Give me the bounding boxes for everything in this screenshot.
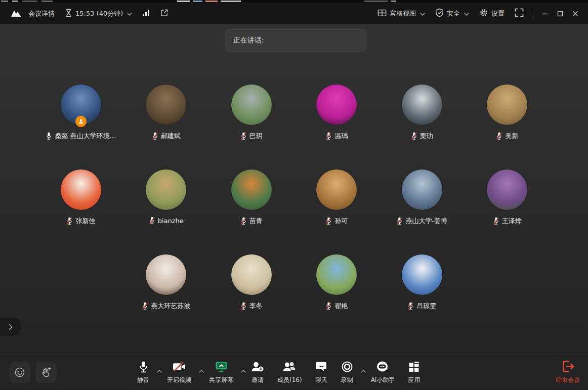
invite-icon <box>251 359 264 374</box>
participant-tile[interactable]: 燕山大学-姜博 <box>380 169 465 226</box>
invite-button[interactable]: 邀请 <box>244 359 271 384</box>
participant-tile[interactable]: 王泽烨 <box>465 169 550 226</box>
camera-off-icon <box>173 359 186 374</box>
share-export-icon <box>160 9 169 19</box>
avatar <box>316 169 357 210</box>
participant-name: 桑懿 燕山大学环境... <box>55 132 116 141</box>
participant-tile[interactable]: 张新佳 <box>38 169 124 226</box>
share-screen-button[interactable]: 共享屏幕 <box>202 359 244 384</box>
participant-tile[interactable]: 郝建斌 <box>123 84 209 141</box>
network-signal-button[interactable] <box>137 6 155 21</box>
mic-muted-icon <box>396 217 403 225</box>
meeting-details-button[interactable]: 会议详情 <box>23 6 60 21</box>
members-label: 成员(16) <box>277 376 302 384</box>
apps-button[interactable]: 应用 <box>401 359 427 384</box>
mic-muted-icon <box>142 302 148 310</box>
participant-tile[interactable]: 吕琼雯 <box>380 254 465 311</box>
participant-name: 王泽烨 <box>502 216 522 226</box>
security-button[interactable]: 安全 <box>430 6 474 21</box>
settings-button[interactable]: 设置 <box>474 6 510 21</box>
mic-icon <box>46 132 52 140</box>
avatar <box>231 254 272 295</box>
mic-muted-icon <box>325 217 332 225</box>
close-button[interactable] <box>568 6 583 21</box>
end-meeting-button[interactable]: 结束会议 <box>556 360 580 384</box>
record-label: 录制 <box>341 376 353 384</box>
record-button[interactable]: 录制 <box>334 359 364 384</box>
speaking-label: 正在讲话: <box>233 36 264 45</box>
participant-name: 郝建斌 <box>161 132 181 141</box>
end-meeting-icon <box>561 360 574 375</box>
mute-button[interactable]: 静音 <box>131 359 160 384</box>
participant-name: 栗玏 <box>420 132 433 141</box>
participant-tile[interactable]: 孙可 <box>294 169 380 226</box>
chat-label: 聊天 <box>315 376 327 384</box>
participant-name: 温瑀 <box>334 132 348 141</box>
video-grid-area: 正在讲话: 桑懿 燕山大学环境...郝建斌巴玥温瑀栗玏吴新 张新佳bianzhe… <box>0 24 588 354</box>
participant-tile[interactable]: 吴新 <box>465 84 550 141</box>
sliver-fragment <box>177 1 190 2</box>
participant-name-row: 燕山大学-姜博 <box>396 216 447 226</box>
participant-tile[interactable]: 温瑀 <box>294 84 380 141</box>
participant-tile[interactable]: bianzhe <box>123 169 209 226</box>
chevron-right-icon <box>9 324 13 330</box>
toolbar-items: 静音 开启视频 共享屏幕 <box>131 359 427 384</box>
sliver-fragment <box>391 1 396 2</box>
avatar <box>487 169 527 210</box>
avatar <box>231 169 272 210</box>
meeting-details-label: 会议详情 <box>28 9 55 18</box>
share-meeting-button[interactable] <box>155 6 174 21</box>
reactions-group <box>9 362 57 383</box>
participant-tile[interactable]: 桑懿 燕山大学环境... <box>38 84 124 141</box>
participant-name: 苗青 <box>249 216 263 226</box>
members-button[interactable]: 成员(16) <box>271 359 309 384</box>
record-icon <box>341 359 353 374</box>
gear-icon <box>479 8 488 19</box>
grid-view-label: 宫格视图 <box>390 9 416 18</box>
meeting-timer[interactable]: 15:53 (40分钟) <box>60 6 137 21</box>
mic-muted-icon <box>240 132 247 140</box>
chat-icon <box>315 359 328 374</box>
grid-view-button[interactable]: 宫格视图 <box>372 6 430 21</box>
participant-tile[interactable]: 翟艳 <box>294 254 380 311</box>
avatar <box>402 254 442 295</box>
fullscreen-icon <box>515 8 524 19</box>
mic-muted-icon <box>325 302 332 310</box>
participant-name-row: 巴玥 <box>240 132 263 141</box>
share-screen-label: 共享屏幕 <box>209 376 233 384</box>
app-logo-icon <box>5 6 23 21</box>
avatar <box>146 169 186 210</box>
expand-panel-tab[interactable] <box>0 318 21 336</box>
title-bar: 会议详情 15:53 (40分钟) <box>0 3 588 24</box>
mic-muted-icon <box>66 217 73 225</box>
participant-tile[interactable]: 苗青 <box>209 169 295 226</box>
apps-icon <box>408 359 419 374</box>
mic-muted-icon <box>240 302 247 310</box>
end-meeting-label: 结束会议 <box>556 376 580 384</box>
participant-name: 翟艳 <box>334 301 348 311</box>
participant-tile[interactable]: 栗玏 <box>380 84 465 141</box>
participant-tile[interactable]: 李冬 <box>209 254 295 311</box>
sliver-fragment <box>1 1 8 2</box>
avatar <box>316 84 357 125</box>
sliver-fragment <box>193 1 202 2</box>
minimize-button[interactable] <box>537 6 553 21</box>
fullscreen-button[interactable] <box>510 6 529 21</box>
participant-tile[interactable]: 燕大环艺苏波 <box>123 254 209 311</box>
start-video-label: 开启视频 <box>167 376 191 384</box>
sliver-fragment <box>205 1 218 2</box>
participant-tile[interactable]: 巴玥 <box>209 84 295 141</box>
invite-label: 邀请 <box>251 376 264 384</box>
ai-assistant-button[interactable]: AI小助手 <box>364 359 402 384</box>
start-video-button[interactable]: 开启视频 <box>160 359 202 384</box>
participant-name-row: 张新佳 <box>66 216 95 226</box>
raise-hand-button[interactable] <box>35 362 57 383</box>
avatar <box>146 84 186 125</box>
sliver-fragment <box>12 1 18 2</box>
mic-muted-icon <box>407 302 414 310</box>
ai-assistant-label: AI小助手 <box>371 376 395 384</box>
maximize-button[interactable] <box>553 6 568 21</box>
emoji-reaction-button[interactable] <box>9 362 30 383</box>
participant-name: bianzhe <box>158 217 184 225</box>
chat-button[interactable]: 聊天 <box>309 359 334 384</box>
